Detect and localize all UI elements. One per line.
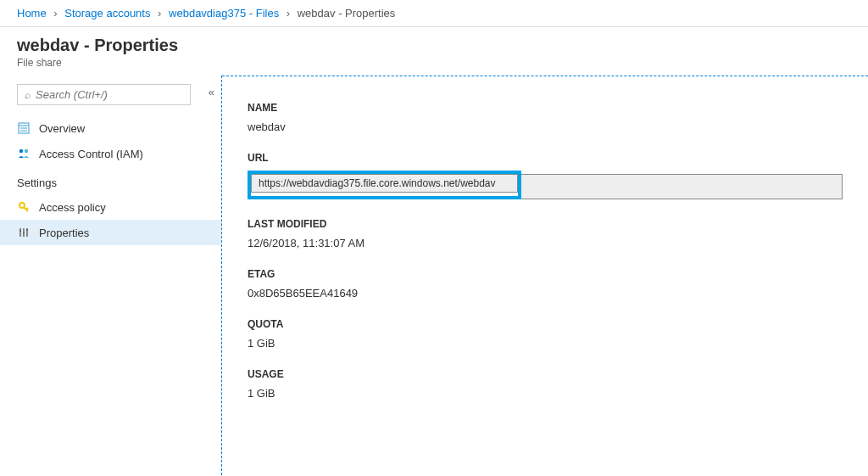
prop-lastmod-label: LAST MODIFIED [248,218,843,230]
svg-rect-12 [19,230,21,232]
sidebar-item-label: Access Control (IAM) [39,148,143,160]
prop-quota-label: QUOTA [248,318,843,330]
prop-etag-label: ETAG [248,268,843,280]
search-box[interactable]: ⌕ [17,84,191,105]
prop-name-label: NAME [248,102,843,114]
page-title: webdav - Properties [17,36,851,55]
search-input[interactable] [36,88,183,101]
sidebar-item-iam[interactable]: Access Control (IAM) [0,141,221,166]
properties-icon [17,226,31,239]
prop-url-input[interactable] [251,174,518,193]
prop-name-value: webdav [248,120,843,133]
sidebar-item-access-policy[interactable]: Access policy [0,194,221,220]
breadcrumb-current: webdav - Properties [298,7,396,20]
svg-line-8 [26,208,28,210]
url-field-extension [521,174,843,199]
prop-quota-value: 1 GiB [248,337,843,350]
key-icon [17,200,31,214]
prop-usage-value: 1 GiB [248,387,843,400]
page-header: webdav - Properties File share [0,27,868,76]
breadcrumb-webdavdiag375-files[interactable]: webdavdiag375 - Files [169,7,279,20]
prop-etag-value: 0x8D65B65EEA41649 [248,287,843,300]
main-panel: NAME webdav URL LAST MODIFIED 12/6/2018,… [222,76,868,476]
breadcrumb-home[interactable]: Home [17,7,47,20]
svg-point-4 [19,149,23,153]
page-subtitle: File share [17,57,851,69]
svg-rect-14 [26,229,28,231]
sidebar-item-properties[interactable]: Properties [0,220,221,245]
url-highlight-box [248,171,521,199]
breadcrumb-sep: › [158,7,161,20]
prop-usage-label: USAGE [248,368,843,380]
collapse-chevron-icon[interactable]: « [209,86,214,98]
svg-rect-13 [23,232,25,234]
prop-url-label: URL [248,152,843,164]
breadcrumb-storage-accounts[interactable]: Storage accounts [64,7,150,20]
sidebar-item-label: Access policy [39,201,106,214]
sidebar-section-settings: Settings [0,166,221,194]
search-icon: ⌕ [25,89,31,101]
overview-icon [17,121,31,135]
prop-lastmod-value: 12/6/2018, 11:31:07 AM [248,237,843,249]
sidebar-item-overview[interactable]: Overview [0,115,221,141]
iam-icon [17,147,31,160]
breadcrumb: Home › Storage accounts › webdavdiag375 … [0,0,868,27]
breadcrumb-sep: › [287,7,290,20]
sidebar-item-label: Overview [39,122,85,135]
sidebar-item-label: Properties [39,227,89,239]
breadcrumb-sep: › [53,7,57,20]
svg-point-5 [25,149,28,153]
sidebar: « ⌕ Overview Access Control (IAM) Settin… [0,76,222,476]
